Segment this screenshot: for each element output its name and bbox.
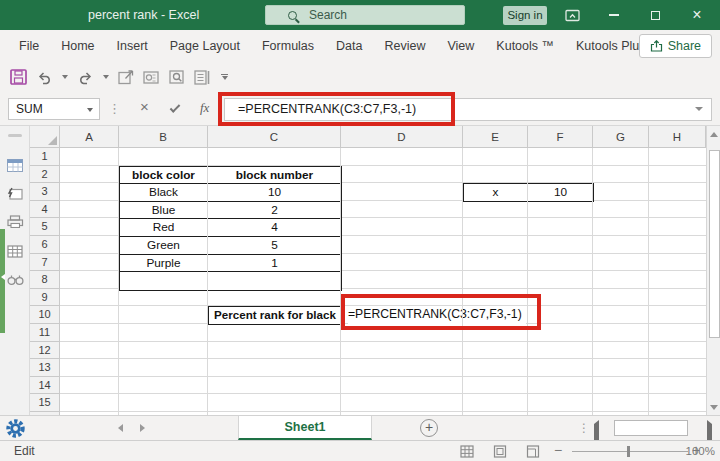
column-header-E[interactable]: E <box>463 126 528 148</box>
previous-sheet-icon[interactable] <box>118 424 123 432</box>
x-lookup-table[interactable]: x 10 <box>463 183 594 202</box>
row-header-11[interactable]: 11 <box>30 324 60 342</box>
row-header-9[interactable]: 9 <box>30 289 60 307</box>
new-sheet-tab-button[interactable]: + <box>420 419 438 437</box>
rail-handle[interactable] <box>8 134 22 137</box>
cell-b6[interactable]: Green <box>120 237 208 254</box>
clipboard-pane-button[interactable] <box>7 214 24 232</box>
redo-button[interactable] <box>77 70 94 85</box>
workbook-pane-button[interactable] <box>7 158 23 176</box>
cell-c3[interactable]: 10 <box>208 184 341 201</box>
row-header-1[interactable]: 1 <box>30 148 60 166</box>
tab-page-layout[interactable]: Page Layout <box>159 30 251 62</box>
row-header-3[interactable]: 3 <box>30 183 60 201</box>
cell-b8[interactable] <box>120 272 208 290</box>
sheet-tab-sheet1[interactable]: Sheet1 <box>238 416 372 440</box>
minimize-button[interactable] <box>603 0 625 30</box>
row-header-15[interactable]: 15 <box>30 394 60 412</box>
column-header-A[interactable]: A <box>60 126 119 148</box>
row-header-7[interactable]: 7 <box>30 254 60 272</box>
tab-insert[interactable]: Insert <box>106 30 159 62</box>
row-header-8[interactable]: 8 <box>30 271 60 289</box>
normal-view-button[interactable] <box>460 444 474 461</box>
grid-cells[interactable]: block color block number Black 10 Blue 2… <box>60 148 706 415</box>
cancel-button[interactable]: × <box>140 98 149 115</box>
tab-home[interactable]: Home <box>50 30 105 62</box>
form-button[interactable] <box>194 70 210 85</box>
zoom-level[interactable]: 100% <box>686 441 715 461</box>
search-box[interactable]: Search <box>265 5 465 25</box>
row-header-12[interactable]: 12 <box>30 342 60 360</box>
column-header-G[interactable]: G <box>593 126 649 148</box>
cell-c7[interactable]: 1 <box>208 255 341 272</box>
horizontal-scrollbar[interactable] <box>610 419 702 437</box>
scroll-down-button[interactable] <box>709 402 719 412</box>
cell-b4[interactable]: Blue <box>120 202 208 219</box>
cell-c8[interactable] <box>208 272 341 290</box>
zoom-out-button[interactable]: − <box>554 441 562 460</box>
undo-dropdown-icon[interactable] <box>62 75 68 79</box>
enter-button[interactable] <box>170 102 181 113</box>
vertical-scroll-thumb[interactable] <box>709 150 720 338</box>
share-button[interactable]: Share <box>639 34 712 58</box>
tab-view[interactable]: View <box>436 30 485 62</box>
undo-button[interactable] <box>36 70 53 85</box>
page-break-view-button[interactable] <box>526 444 540 461</box>
insert-function-button[interactable]: fx <box>200 100 209 116</box>
expand-formula-bar-icon[interactable] <box>695 107 703 111</box>
cell-c2[interactable]: block number <box>208 167 341 184</box>
cell-e3[interactable]: x <box>464 184 528 201</box>
new-sheet-button[interactable] <box>118 70 134 85</box>
zoom-slider-track[interactable] <box>572 451 688 452</box>
column-list-pane-button[interactable] <box>7 244 23 262</box>
cell-d10-formula[interactable]: =PERCENTRANK(C3:C7,F3,-1) <box>348 306 526 324</box>
row-header-4[interactable]: 4 <box>30 201 60 219</box>
name-box-dropdown-icon[interactable] <box>87 108 93 112</box>
cell-f3[interactable]: 10 <box>528 184 593 201</box>
column-header-F[interactable]: F <box>528 126 593 148</box>
maximize-button[interactable] <box>644 0 666 30</box>
cell-b7[interactable]: Purple <box>120 255 208 272</box>
save-button[interactable] <box>10 69 27 85</box>
find-pane-button[interactable] <box>7 272 24 290</box>
open-recent-button[interactable] <box>143 70 160 85</box>
column-header-H[interactable]: H <box>649 126 706 148</box>
ribbon-display-options-button[interactable] <box>561 0 583 30</box>
next-sheet-icon[interactable] <box>140 424 145 432</box>
close-button[interactable]: × <box>686 0 708 30</box>
scroll-up-button[interactable] <box>709 129 719 139</box>
cell-b5[interactable]: Red <box>120 219 208 236</box>
redo-dropdown-icon[interactable] <box>103 75 109 79</box>
row-header-10[interactable]: 10 <box>30 306 60 324</box>
autotext-pane-button[interactable] <box>7 186 23 204</box>
tabs-scrollbar-divider[interactable]: ⋮ <box>578 419 590 437</box>
column-header-B[interactable]: B <box>119 126 208 148</box>
sign-in-button[interactable]: Sign in <box>503 6 547 25</box>
cell-c5[interactable]: 4 <box>208 219 341 236</box>
formula-input[interactable]: =PERCENTRANK(C3:C7,F3,-1) <box>224 98 712 121</box>
cell-c4[interactable]: 2 <box>208 202 341 219</box>
page-layout-view-button[interactable] <box>493 444 507 461</box>
cell-b2[interactable]: block color <box>120 167 208 184</box>
vertical-scrollbar[interactable] <box>706 126 720 415</box>
customize-qat-button[interactable] <box>221 74 228 80</box>
row-header-14[interactable]: 14 <box>30 377 60 395</box>
select-all-button[interactable] <box>30 126 60 148</box>
cell-c10-result-label[interactable]: Percent rank for black <box>208 306 342 325</box>
tab-review[interactable]: Review <box>373 30 436 62</box>
zoom-slider-thumb[interactable] <box>627 446 630 457</box>
print-preview-button[interactable] <box>169 70 185 85</box>
cell-c6[interactable]: 5 <box>208 237 341 254</box>
column-header-D[interactable]: D <box>341 126 463 148</box>
row-header-13[interactable]: 13 <box>30 359 60 377</box>
name-box[interactable]: SUM <box>8 98 100 120</box>
tab-formulas[interactable]: Formulas <box>251 30 325 62</box>
row-header-2[interactable]: 2 <box>30 166 60 184</box>
column-header-C[interactable]: C <box>208 126 341 148</box>
block-table[interactable]: block color block number Black 10 Blue 2… <box>119 166 342 291</box>
row-header-5[interactable]: 5 <box>30 218 60 236</box>
horizontal-scroll-thumb[interactable] <box>614 420 688 436</box>
tab-file[interactable]: File <box>8 30 50 62</box>
cell-b3[interactable]: Black <box>120 184 208 201</box>
rail-scroll-indicator[interactable] <box>0 229 5 333</box>
